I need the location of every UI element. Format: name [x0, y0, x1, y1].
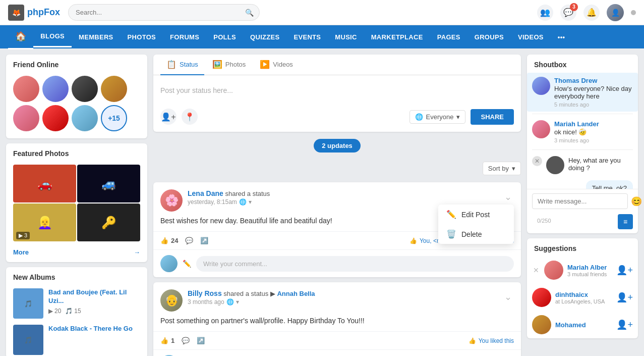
location-button[interactable]: 📍 [182, 109, 198, 125]
tag-friend-button[interactable]: 👤+ [160, 109, 177, 125]
friend-avatar[interactable] [72, 105, 98, 131]
shout-message-input[interactable] [532, 193, 628, 209]
like-button[interactable]: 👍 24 [160, 235, 178, 246]
sort-by-selector[interactable]: Sort by ▾ [483, 162, 521, 175]
suggest-avatar[interactable] [532, 288, 551, 307]
delete-post-menu-item[interactable]: 🗑️ Delete [438, 224, 514, 244]
friend-avatar[interactable] [13, 105, 39, 131]
photo-cell[interactable]: 🚗 [13, 165, 76, 202]
videos-tab-label: Videos [273, 61, 293, 68]
friend-avatar-more[interactable]: +15 [101, 105, 127, 131]
comment-input[interactable]: Write your comment... [196, 256, 514, 272]
friends-icon[interactable]: 👥 [537, 5, 553, 21]
messages-icon[interactable]: 🔔 [583, 5, 600, 21]
navbar-item-events[interactable]: EVENTS [287, 27, 328, 47]
post-target-name[interactable]: Annah Bella [277, 290, 315, 297]
shout-avatar[interactable] [532, 120, 550, 138]
shout-send-button[interactable]: ≡ [618, 214, 633, 229]
tab-videos[interactable]: ▶️ Videos [254, 55, 299, 75]
sort-bar: Sort by ▾ [153, 160, 521, 177]
post-author-avatar[interactable]: 👴 [160, 289, 183, 312]
post-menu-button[interactable]: ⌄ [502, 189, 514, 205]
suggest-avatar[interactable] [544, 261, 563, 280]
pencil-icon: ✏️ [183, 260, 191, 268]
album-item[interactable]: 🎵 Kodak Black - There He Go [6, 322, 147, 356]
post-input-area[interactable]: Post your status here... [153, 75, 521, 106]
friend-avatars: +15 [6, 73, 147, 138]
navbar-item-polls[interactable]: POLLS [206, 27, 243, 47]
suggest-name[interactable]: Mohamed [555, 321, 612, 329]
album-title[interactable]: Bad and Boujee (Feat. Lil Uzi... [48, 288, 140, 306]
navbar-item-forums[interactable]: FORUMS [163, 27, 206, 47]
shout-footer: 0/250 ≡ [527, 213, 638, 233]
navbar-item-groups[interactable]: GROUPS [467, 27, 511, 47]
shout-avatar[interactable] [546, 156, 564, 174]
suggest-name[interactable]: Mariah Alber [567, 264, 612, 271]
friend-avatar[interactable] [72, 76, 98, 102]
post-input-card: 📋 Status 🖼️ Photos ▶️ Videos Post your s… [153, 55, 521, 132]
updates-badge[interactable]: 2 updates [314, 139, 361, 152]
shout-close-button[interactable]: ✕ [532, 156, 542, 166]
share-icon: ↗️ [197, 337, 205, 344]
tab-photos[interactable]: 🖼️ Photos [206, 55, 252, 75]
friend-avatar[interactable] [101, 76, 127, 102]
suggestions-title: Suggestions [527, 238, 638, 257]
notification-badge: 3 [570, 3, 578, 11]
photo-cell[interactable]: 🔑 [77, 204, 140, 241]
tab-status[interactable]: 📋 Status [160, 55, 204, 75]
navbar-item-videos[interactable]: VIDEOS [511, 27, 551, 47]
album-title[interactable]: Kodak Black - There He Go [48, 325, 140, 333]
suggest-add-button[interactable]: 👤+ [616, 265, 633, 276]
navbar-item-home[interactable]: 🏠 [8, 25, 33, 49]
navbar-item-more[interactable]: ••• [551, 27, 572, 47]
user-avatar[interactable]: 👤 [607, 4, 624, 21]
search-input[interactable] [68, 4, 260, 21]
privacy-selector[interactable]: 🌐 Everyone ▾ [409, 110, 466, 124]
shout-avatar[interactable] [532, 77, 550, 95]
navbar-item-photos[interactable]: PHOTOS [121, 27, 163, 47]
navbar-item-marketplace[interactable]: MARKETPLACE [364, 27, 430, 47]
suggest-avatar[interactable] [532, 315, 551, 334]
post-menu-button[interactable]: ⌄ [502, 289, 514, 304]
share-button[interactable]: SHARE [471, 109, 514, 125]
navbar-item-pages[interactable]: PAGES [430, 27, 467, 47]
share-post-button[interactable]: ↗️ [197, 335, 205, 346]
post-author-name[interactable]: Lena Dane [188, 189, 223, 197]
emoji-button[interactable]: 😊 [631, 196, 642, 207]
suggest-info: Mohamed [555, 321, 612, 329]
comment-button[interactable]: 💬 [185, 235, 193, 246]
navbar-item-members[interactable]: MEMBERS [72, 27, 121, 47]
user-status-dot[interactable] [631, 10, 636, 15]
navbar-item-quizzes[interactable]: QUIZZES [243, 27, 286, 47]
photo-cell[interactable]: 👱‍♀️ ▶ 3 [13, 204, 76, 241]
shout-name[interactable]: Mariah Lander [554, 120, 633, 128]
suggest-add-button[interactable]: 👤+ [616, 292, 633, 303]
suggest-add-button[interactable]: 👤+ [616, 319, 633, 330]
post-author-name[interactable]: Billy Ross [188, 289, 222, 297]
comment-button[interactable]: 💬 [182, 335, 190, 346]
shout-content: Mariah Lander ok nice! 🤕 3 minutes ago [554, 120, 633, 143]
post-placeholder[interactable]: Post your status here... [160, 82, 514, 98]
notifications-icon[interactable]: 💬 3 [560, 5, 576, 21]
like-button[interactable]: 👍 1 [160, 335, 174, 346]
friend-avatar[interactable] [42, 105, 69, 131]
friend-avatar[interactable] [42, 76, 69, 102]
edit-post-menu-item[interactable]: ✏️ Edit Post [438, 205, 514, 224]
shout-name[interactable]: Thomas Drew [554, 77, 633, 84]
post-author-avatar[interactable]: 🌸 [160, 189, 183, 212]
more-photos-link[interactable]: More → [6, 246, 147, 262]
comment-icon: 💬 [185, 237, 193, 244]
album-item[interactable]: 🎵 Bad and Boujee (Feat. Lil Uzi... ▶ 20 … [6, 285, 147, 322]
navbar-item-music[interactable]: MUSIC [328, 27, 364, 47]
suggestions-card: Suggestions ✕ Mariah Alber 3 mutual frie… [527, 238, 638, 338]
navbar-item-blogs[interactable]: BLOGS [33, 26, 72, 47]
topbar: 🦊 phpFox 🔍 👥 💬 3 🔔 👤 [0, 0, 644, 25]
suggestion-close-button[interactable]: ✕ [532, 266, 540, 274]
share-post-button[interactable]: ↗️ [200, 235, 208, 246]
suggest-name[interactable]: dinhthaicx [555, 291, 612, 298]
shout-text: How's everyone? Nice day everybody here [554, 85, 633, 100]
like-names[interactable]: You liked this [479, 337, 514, 344]
friend-avatar[interactable] [13, 76, 39, 102]
logo[interactable]: 🦊 phpFox [8, 5, 60, 21]
photo-cell[interactable]: 🚙 [77, 165, 140, 202]
